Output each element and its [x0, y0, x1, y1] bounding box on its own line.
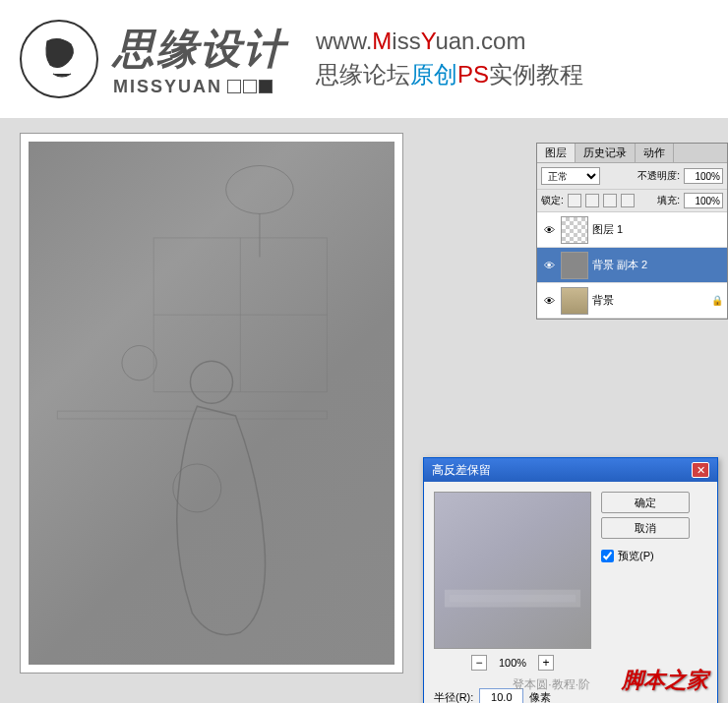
logo-icon [20, 20, 98, 98]
radius-label: 半径(R): [434, 690, 473, 704]
layer-item[interactable]: 👁 图层 1 [537, 212, 727, 248]
canvas-area[interactable] [20, 133, 403, 674]
opacity-input[interactable] [684, 168, 723, 184]
watermark-primary: 脚本之家 [622, 666, 708, 695]
visibility-icon[interactable]: 👁 [541, 222, 557, 238]
lock-transparent-icon[interactable] [568, 194, 581, 207]
preview-area: − 100% + [434, 492, 591, 671]
zoom-level: 100% [499, 657, 526, 669]
svg-point-0 [226, 165, 294, 213]
dialog-titlebar[interactable]: 高反差保留 ✕ [424, 458, 717, 482]
dialog-title: 高反差保留 [432, 462, 491, 479]
zoom-controls: − 100% + [434, 655, 591, 671]
page-header: 思缘设计 MISSYUAN www.MissYuan.com 思缘论坛原创PS实… [0, 0, 728, 118]
zoom-in-button[interactable]: + [538, 655, 554, 671]
layer-thumb [561, 216, 588, 244]
layer-name: 图层 1 [592, 222, 723, 237]
url-text: www.MissYuan.com [316, 28, 583, 55]
logo-sub: MISSYUAN [113, 77, 286, 97]
layer-item[interactable]: 👁 背景 🔒 [537, 283, 727, 319]
visibility-icon[interactable]: 👁 [541, 293, 557, 309]
sketch-content [29, 142, 394, 652]
watermark-secondary: 登本圆·教程·阶 [513, 676, 590, 693]
lock-icon: 🔒 [711, 295, 723, 306]
workspace: 图层 历史记录 动作 正常 不透明度: 锁定: 填充: 👁 图层 1 [0, 118, 728, 703]
tagline: 思缘论坛原创PS实例教程 [316, 59, 583, 90]
fill-label: 填充: [657, 194, 680, 207]
dialog-buttons: 确定 取消 预览(P) [601, 492, 690, 671]
layer-thumb [561, 287, 588, 315]
layer-item[interactable]: 👁 背景 副本 2 [537, 248, 727, 283]
fill-input[interactable] [684, 193, 723, 208]
close-icon[interactable]: ✕ [692, 462, 709, 478]
preview-checkbox[interactable] [601, 550, 614, 562]
layer-name: 背景 副本 2 [592, 258, 723, 272]
tab-actions[interactable]: 动作 [636, 144, 674, 162]
lock-all-icon[interactable] [621, 194, 635, 207]
zoom-out-button[interactable]: − [471, 655, 487, 671]
filter-preview[interactable] [434, 492, 591, 649]
blend-controls: 正常 不透明度: [537, 163, 727, 190]
lock-row: 锁定: 填充: [537, 190, 727, 212]
tab-layers[interactable]: 图层 [537, 144, 576, 162]
cancel-button[interactable]: 取消 [601, 517, 690, 539]
logo-main: 思缘设计 [113, 22, 286, 77]
layer-thumb [561, 252, 588, 279]
layer-name: 背景 [592, 293, 707, 308]
layer-list: 👁 图层 1 👁 背景 副本 2 👁 背景 🔒 [537, 212, 727, 319]
lock-label: 锁定: [541, 194, 564, 207]
svg-point-7 [122, 346, 156, 381]
dialog-body: − 100% + 确定 取消 预览(P) [424, 482, 717, 680]
url-area: www.MissYuan.com 思缘论坛原创PS实例教程 [316, 28, 583, 90]
layers-panel: 图层 历史记录 动作 正常 不透明度: 锁定: 填充: 👁 图层 1 [536, 143, 728, 320]
preview-checkbox-label[interactable]: 预览(P) [601, 549, 690, 563]
blend-mode-select[interactable]: 正常 [541, 167, 600, 185]
lock-position-icon[interactable] [603, 194, 617, 207]
ok-button[interactable]: 确定 [601, 492, 690, 513]
svg-point-6 [173, 464, 221, 512]
svg-point-5 [190, 361, 232, 403]
visibility-icon[interactable]: 👁 [541, 258, 557, 273]
lock-pixels-icon[interactable] [585, 194, 599, 207]
svg-rect-10 [450, 595, 576, 603]
decorative-boxes [227, 80, 273, 93]
panel-tabs: 图层 历史记录 动作 [537, 144, 727, 163]
canvas-image [29, 142, 394, 665]
logo-text: 思缘设计 MISSYUAN [113, 22, 286, 97]
logo-area: 思缘设计 MISSYUAN [20, 20, 286, 98]
opacity-label: 不透明度: [637, 169, 680, 183]
tab-history[interactable]: 历史记录 [576, 144, 636, 162]
